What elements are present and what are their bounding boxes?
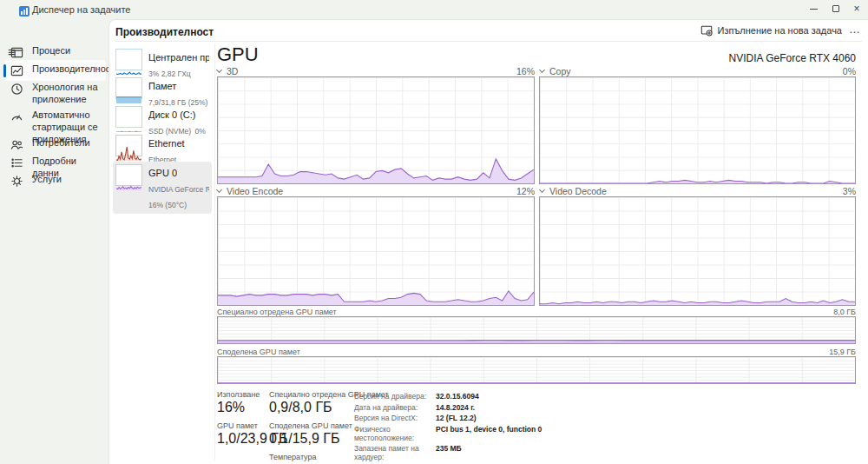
perf-item-title: Памет bbox=[148, 81, 176, 91]
window-title: Диспечер на задачите bbox=[32, 4, 130, 15]
shared-memory-label: Споделена GPU памет bbox=[217, 348, 300, 356]
detail-value-reserved-memory: 235 МБ bbox=[436, 444, 462, 461]
detail-value-physical-location: PCI bus 1, device 0, function 0 bbox=[436, 425, 542, 442]
list-item-gpu[interactable]: GPU 0 NVIDIA GeForce R... 16% (50°C) bbox=[113, 162, 212, 214]
graph-video-decode-percent: 3% bbox=[790, 186, 856, 196]
run-new-task-button[interactable]: Изпълнение на нова задача bbox=[700, 24, 842, 36]
detail-key: Запазена памет на хардуер: bbox=[354, 444, 436, 461]
graph-3d-percent: 16% bbox=[469, 66, 535, 76]
dedicated-memory-label: Специално отредена GPU памет bbox=[217, 308, 337, 316]
cpu-mini-chart bbox=[115, 49, 142, 70]
minimize-button[interactable] bbox=[802, 0, 825, 17]
sidebar-item-label: Производителност bbox=[32, 63, 115, 76]
page-title: Производителност bbox=[115, 26, 214, 38]
maximize-button[interactable] bbox=[825, 0, 847, 17]
chevron-down-icon bbox=[216, 187, 222, 193]
chevron-down-icon bbox=[539, 187, 545, 193]
detail-value-directx-version: 12 (FL 12.2) bbox=[436, 414, 477, 422]
graph-copy-percent: 0% bbox=[790, 66, 856, 76]
run-new-task-label: Изпълнение на нова задача bbox=[718, 25, 842, 36]
chevron-down-icon bbox=[216, 67, 222, 73]
new-task-icon bbox=[700, 24, 713, 36]
detail-key: Версия на DirectX: bbox=[354, 414, 436, 422]
shared-memory-max: 15,9 ГБ bbox=[790, 348, 856, 356]
detail-value-driver-date: 14.8.2024 г. bbox=[436, 403, 475, 412]
ethernet-mini-chart bbox=[115, 135, 142, 156]
memory-mini-chart bbox=[115, 77, 142, 99]
graph-selector-copy[interactable]: Copy bbox=[540, 66, 571, 76]
dedicated-memory-max: 8,0 ГБ bbox=[790, 308, 856, 316]
shared-memory-chart bbox=[217, 356, 856, 384]
list-detail-divider bbox=[214, 43, 215, 461]
close-icon: × bbox=[853, 3, 859, 14]
sidebar: ≡ Процеси Производителност Хронология на… bbox=[0, 19, 108, 464]
driver-details: Версия на драйвера:32.0.15.6094 Дата на … bbox=[354, 392, 542, 464]
perf-item-title: Диск 0 (C:) bbox=[148, 109, 195, 120]
close-button[interactable]: × bbox=[845, 0, 868, 17]
list-icon bbox=[10, 156, 23, 169]
sidebar-item-label: Потребители bbox=[32, 137, 90, 149]
speedometer-icon bbox=[10, 110, 23, 123]
sidebar-item-label: Услуги bbox=[32, 174, 62, 186]
graph-selector-video-encode[interactable]: Video Encode bbox=[217, 186, 283, 196]
gpu-device-name: NVIDIA GeForce RTX 4060 bbox=[728, 52, 856, 64]
perf-item-title: GPU 0 bbox=[148, 168, 177, 178]
users-icon bbox=[10, 138, 23, 151]
sidebar-item-label: Процеси bbox=[32, 45, 70, 57]
toolbar-divider bbox=[115, 41, 862, 42]
app-icon bbox=[19, 4, 30, 15]
services-gear-icon bbox=[10, 175, 23, 188]
perf-item-sub: NVIDIA GeForce R... bbox=[148, 185, 209, 194]
gpu-mini-chart bbox=[115, 164, 142, 186]
clock-icon bbox=[10, 83, 23, 96]
graph-selector-video-decode[interactable]: Video Decode bbox=[540, 186, 607, 196]
detail-key: Версия на драйвера: bbox=[354, 392, 436, 401]
perf-item-title: Централен проце bbox=[148, 52, 209, 63]
graph-video-encode-percent: 12% bbox=[469, 186, 535, 196]
detail-value-driver-version: 32.0.15.6094 bbox=[436, 392, 479, 401]
gpu-copy-chart bbox=[539, 76, 856, 184]
selected-accent-bar bbox=[3, 64, 6, 77]
minimize-icon bbox=[810, 9, 818, 10]
gpu-3d-chart bbox=[217, 76, 535, 184]
performance-icon bbox=[10, 64, 23, 77]
sidebar-item-app-history[interactable]: Хронология на приложение bbox=[3, 78, 106, 109]
processes-icon bbox=[10, 46, 23, 59]
dedicated-memory-chart bbox=[217, 316, 856, 344]
perf-item-title: Ethernet bbox=[148, 138, 185, 149]
perf-item-sub: 16% (50°C) bbox=[148, 201, 187, 209]
detail-key: Физическо местоположение: bbox=[354, 425, 436, 442]
sidebar-item-services[interactable]: Услуги bbox=[3, 170, 106, 191]
maximize-icon bbox=[832, 5, 839, 12]
disk-mini-chart bbox=[115, 106, 142, 128]
gpu-video-encode-chart bbox=[217, 196, 535, 306]
chevron-down-icon bbox=[539, 67, 545, 73]
titlebar: Диспечер на задачите × bbox=[0, 0, 868, 19]
gpu-title: GPU bbox=[217, 43, 259, 66]
sidebar-item-label: Хронология на приложение bbox=[32, 82, 101, 106]
gpu-video-decode-chart bbox=[539, 196, 856, 306]
detail-key: Дата на драйвера: bbox=[354, 403, 436, 412]
graph-selector-3d[interactable]: 3D bbox=[217, 66, 238, 76]
more-options-button[interactable]: … bbox=[849, 23, 861, 36]
